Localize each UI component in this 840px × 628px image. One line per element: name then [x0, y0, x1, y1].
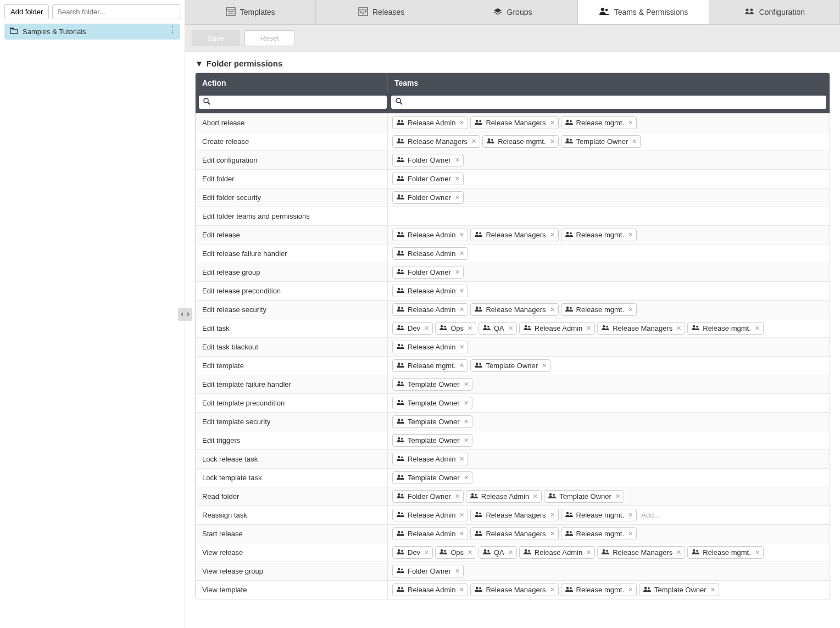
- team-chip[interactable]: Release Admin✕: [392, 341, 468, 353]
- teams-cell[interactable]: Release Admin✕Release Managers✕Release m…: [388, 525, 830, 543]
- remove-chip-icon[interactable]: ✕: [533, 493, 538, 500]
- team-chip[interactable]: Release Managers✕: [470, 509, 558, 521]
- team-chip[interactable]: Release Admin✕: [392, 116, 468, 129]
- remove-chip-icon[interactable]: ✕: [628, 231, 633, 238]
- remove-chip-icon[interactable]: ✕: [550, 138, 555, 145]
- teams-cell[interactable]: [388, 207, 830, 225]
- teams-cell[interactable]: Dev✕Ops✕QA✕Release Admin✕Release Manager…: [388, 543, 830, 562]
- team-chip[interactable]: Release Admin✕: [392, 509, 468, 521]
- filter-teams-input[interactable]: [403, 98, 822, 107]
- team-chip[interactable]: Dev✕: [392, 546, 433, 559]
- team-chip[interactable]: Template Owner✕: [392, 434, 472, 447]
- remove-chip-icon[interactable]: ✕: [615, 493, 620, 500]
- team-chip[interactable]: Template Owner✕: [561, 135, 641, 148]
- teams-cell[interactable]: Release Managers✕Release mgmt.✕Template …: [388, 132, 830, 151]
- remove-chip-icon[interactable]: ✕: [676, 549, 681, 556]
- teams-cell[interactable]: Release Admin✕: [388, 282, 830, 300]
- teams-cell[interactable]: Folder Owner✕: [388, 562, 830, 580]
- remove-chip-icon[interactable]: ✕: [459, 362, 464, 369]
- team-chip[interactable]: Release mgmt.✕: [561, 116, 637, 129]
- team-chip[interactable]: Release Admin✕: [392, 583, 468, 596]
- remove-chip-icon[interactable]: ✕: [464, 437, 469, 444]
- add-team-placeholder[interactable]: Add...: [639, 511, 660, 519]
- remove-chip-icon[interactable]: ✕: [468, 325, 472, 332]
- teams-cell[interactable]: Folder Owner✕: [388, 151, 830, 169]
- team-chip[interactable]: Release mgmt.✕: [561, 303, 637, 316]
- team-chip[interactable]: Template Owner✕: [639, 583, 719, 596]
- remove-chip-icon[interactable]: ✕: [459, 512, 464, 519]
- remove-chip-icon[interactable]: ✕: [464, 381, 469, 388]
- remove-chip-icon[interactable]: ✕: [628, 119, 633, 126]
- remove-chip-icon[interactable]: ✕: [676, 325, 681, 332]
- remove-chip-icon[interactable]: ✕: [459, 119, 464, 126]
- teams-cell[interactable]: Template Owner✕: [388, 394, 830, 412]
- teams-cell[interactable]: Folder Owner✕Release Admin✕Template Owne…: [388, 487, 830, 505]
- team-chip[interactable]: Dev✕: [392, 322, 433, 335]
- remove-chip-icon[interactable]: ✕: [628, 530, 633, 537]
- team-chip[interactable]: Release Admin✕: [392, 303, 468, 316]
- remove-chip-icon[interactable]: ✕: [586, 325, 591, 332]
- teams-cell[interactable]: Release Admin✕Release Managers✕Release m…: [388, 581, 830, 599]
- remove-chip-icon[interactable]: ✕: [455, 269, 460, 276]
- team-chip[interactable]: Folder Owner✕: [392, 490, 464, 503]
- teams-cell[interactable]: Template Owner✕: [388, 413, 830, 431]
- team-chip[interactable]: Ops✕: [435, 322, 476, 335]
- remove-chip-icon[interactable]: ✕: [586, 549, 591, 556]
- filter-teams-wrap[interactable]: [391, 96, 826, 109]
- remove-chip-icon[interactable]: ✕: [550, 586, 555, 593]
- team-chip[interactable]: Release Admin✕: [392, 229, 468, 241]
- team-chip[interactable]: Folder Owner✕: [392, 173, 464, 185]
- team-chip[interactable]: Release Admin✕: [392, 247, 468, 260]
- remove-chip-icon[interactable]: ✕: [628, 586, 633, 593]
- save-button[interactable]: Save: [192, 30, 240, 46]
- folder-item-samples[interactable]: Samples & Tutorials ⋮: [4, 24, 180, 40]
- team-chip[interactable]: Release mgmt.✕: [482, 135, 558, 148]
- teams-cell[interactable]: Release Admin✕Release Managers✕Release m…: [388, 226, 830, 244]
- remove-chip-icon[interactable]: ✕: [542, 362, 547, 369]
- remove-chip-icon[interactable]: ✕: [459, 586, 464, 593]
- team-chip[interactable]: Release mgmt.✕: [561, 527, 637, 540]
- remove-chip-icon[interactable]: ✕: [710, 586, 715, 593]
- teams-cell[interactable]: Release Admin✕Release Managers✕Release m…: [388, 301, 830, 319]
- filter-action-wrap[interactable]: [199, 96, 387, 109]
- team-chip[interactable]: Release mgmt.✕: [687, 322, 763, 335]
- teams-cell[interactable]: Release Admin✕: [388, 338, 830, 356]
- tab-templates[interactable]: Templates: [185, 0, 316, 24]
- teams-cell[interactable]: Folder Owner✕: [388, 263, 830, 281]
- teams-cell[interactable]: Release Admin✕: [388, 450, 830, 468]
- teams-cell[interactable]: Folder Owner✕: [388, 170, 830, 188]
- team-chip[interactable]: Release Admin✕: [392, 527, 468, 540]
- team-chip[interactable]: Release Admin✕: [392, 285, 468, 297]
- team-chip[interactable]: Release Managers✕: [597, 322, 685, 335]
- teams-cell[interactable]: Dev✕Ops✕QA✕Release Admin✕Release Manager…: [388, 319, 830, 337]
- team-chip[interactable]: Release Managers✕: [470, 229, 558, 241]
- remove-chip-icon[interactable]: ✕: [459, 530, 464, 537]
- remove-chip-icon[interactable]: ✕: [550, 231, 555, 238]
- team-chip[interactable]: Template Owner✕: [392, 378, 472, 391]
- remove-chip-icon[interactable]: ✕: [464, 399, 469, 407]
- team-chip[interactable]: QA✕: [479, 546, 517, 559]
- teams-cell[interactable]: Release mgmt.✕Template Owner✕: [388, 357, 830, 375]
- team-chip[interactable]: Release Managers✕: [470, 303, 558, 316]
- team-chip[interactable]: Release mgmt.✕: [392, 359, 468, 372]
- team-chip[interactable]: Template Owner✕: [392, 397, 472, 409]
- remove-chip-icon[interactable]: ✕: [468, 549, 472, 556]
- remove-chip-icon[interactable]: ✕: [628, 512, 633, 519]
- remove-chip-icon[interactable]: ✕: [459, 343, 464, 351]
- remove-chip-icon[interactable]: ✕: [471, 138, 476, 145]
- reset-button[interactable]: Reset: [244, 30, 295, 46]
- tab-releases[interactable]: Releases: [316, 0, 447, 24]
- team-chip[interactable]: Folder Owner✕: [392, 266, 464, 279]
- remove-chip-icon[interactable]: ✕: [459, 455, 464, 463]
- teams-cell[interactable]: Folder Owner✕: [388, 188, 830, 207]
- add-folder-button[interactable]: Add folder: [4, 4, 49, 19]
- remove-chip-icon[interactable]: ✕: [550, 306, 555, 313]
- team-chip[interactable]: Release Admin✕: [519, 546, 595, 559]
- remove-chip-icon[interactable]: ✕: [459, 250, 464, 257]
- search-folder-input[interactable]: [52, 4, 180, 19]
- remove-chip-icon[interactable]: ✕: [464, 474, 469, 481]
- remove-chip-icon[interactable]: ✕: [550, 119, 555, 126]
- team-chip[interactable]: Folder Owner✕: [392, 191, 464, 204]
- remove-chip-icon[interactable]: ✕: [755, 325, 760, 332]
- teams-cell[interactable]: Template Owner✕: [388, 375, 830, 393]
